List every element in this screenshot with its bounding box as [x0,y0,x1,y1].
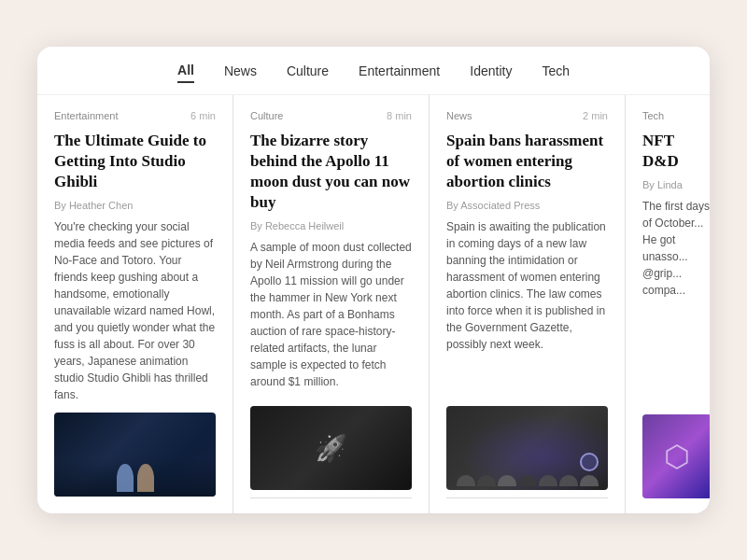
article-meta-2: Culture 8 min [250,110,412,121]
nav-item-entertainment[interactable]: Entertainment [359,60,440,82]
divider-2 [250,497,412,498]
article-meta-3: News 2 min [446,110,608,121]
nav-bar: All News Culture Entertainment Identity … [37,47,710,95]
nav-item-identity[interactable]: Identity [470,60,512,82]
content-area: Entertainment 6 min The Ultimate Guide t… [37,95,710,513]
nav-item-culture[interactable]: Culture [287,60,329,82]
article-author-2: By Rebecca Heilweil [250,220,412,231]
article-category-2: Culture [250,110,283,121]
nav-item-all[interactable]: All [177,59,194,83]
article-title-4: NFT D&D [642,131,710,172]
article-author-1: By Heather Chen [54,200,216,211]
article-author-3: By Associated Press [446,200,608,211]
nav-items: All News Culture Entertainment Identity … [177,59,570,83]
article-body-2: A sample of moon dust collected by Neil … [250,239,412,390]
nav-item-tech[interactable]: Tech [542,60,570,82]
article-read-time-2: 8 min [387,110,412,121]
article-card-spain[interactable]: News 2 min Spain bans harassment of wome… [430,95,626,513]
article-category-3: News [446,110,472,121]
article-author-4: By Linda [642,179,710,190]
article-category-1: Entertainment [54,110,118,121]
article-title-3: Spain bans harassment of women entering … [446,131,608,192]
article-meta-4: Tech [642,110,710,121]
articles-row: Entertainment 6 min The Ultimate Guide t… [37,95,710,513]
article-read-time-1: 6 min [190,110,216,121]
article-read-time-3: 2 min [583,110,608,121]
article-meta-1: Entertainment 6 min [54,110,216,121]
article-title-1: The Ultimate Guide to Getting Into Studi… [54,131,216,192]
article-body-1: You're checking your social media feeds … [54,218,216,403]
article-card-moon[interactable]: Culture 8 min The bizarre story behind t… [233,95,430,513]
article-image-moon [250,406,412,490]
article-title-2: The bizarre story behind the Apollo 11 m… [250,131,412,213]
divider-3 [446,497,608,498]
browser-window: All News Culture Entertainment Identity … [37,47,710,513]
article-body-4: The first days of October... He got unas… [642,198,710,299]
article-image-spain [446,406,608,490]
article-card-ghibli[interactable]: Entertainment 6 min The Ultimate Guide t… [37,95,233,513]
article-card-nft[interactable]: Tech NFT D&D By Linda The first days of … [626,95,710,513]
article-category-4: Tech [642,110,664,121]
nav-item-news[interactable]: News [224,60,257,82]
article-image-nft [642,414,710,498]
article-body-3: Spain is awaiting the publication in com… [446,218,608,353]
circle-overlay [580,453,599,471]
article-image-ghibli [54,413,216,497]
